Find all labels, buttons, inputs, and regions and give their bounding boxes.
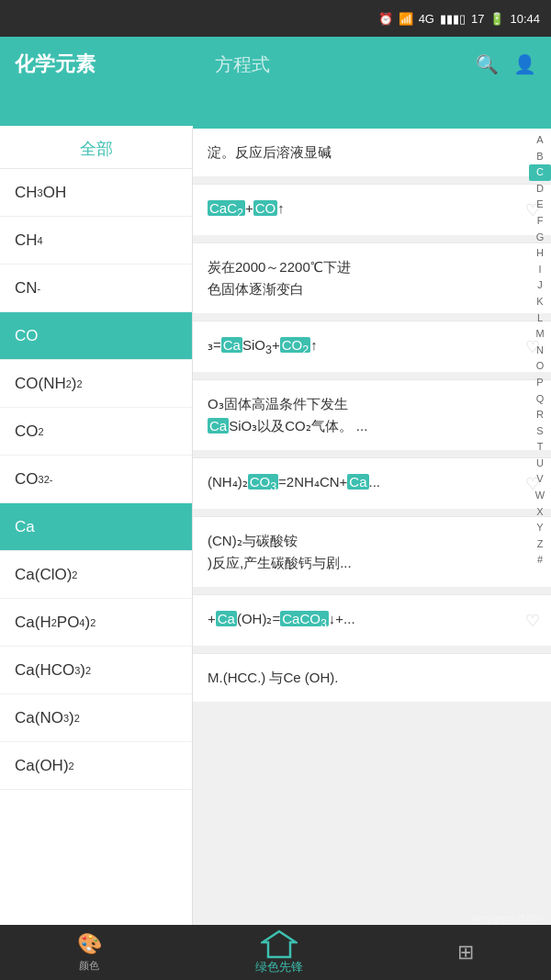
alpha-L[interactable]: L xyxy=(529,310,551,327)
alpha-Q[interactable]: Q xyxy=(529,391,551,408)
sidebar-item-ca-oh-2[interactable]: Ca(OH)2 xyxy=(0,742,192,790)
content-card-5[interactable]: O₃固体高温条件下发生CaSiO₃以及CO₂气体。 ... xyxy=(193,380,551,450)
alpha-B[interactable]: B xyxy=(529,149,551,165)
content-card-9[interactable]: M.(HCC.) 与Ce (OH). xyxy=(193,654,551,702)
sidebar-item-co32-[interactable]: CO32- xyxy=(0,456,192,503)
card-1-text: 淀。反应后溶液显碱 xyxy=(208,141,536,163)
alpha-V[interactable]: V xyxy=(529,471,551,488)
alpha-T[interactable]: T xyxy=(529,439,551,456)
time-display: 10:44 xyxy=(510,12,540,26)
alpha-H[interactable]: H xyxy=(529,245,551,262)
main-layout: 全部 CH3OH CH4 CN- CO CO(NH2)2 CO2 CO32- C… xyxy=(0,129,551,925)
highlight-co3: CO3 xyxy=(248,474,278,490)
card-5-text: O₃固体高温条件下发生CaSiO₃以及CO₂气体。 ... xyxy=(208,393,536,437)
top-nav: 化学元素 方程式 🔍 👤 xyxy=(0,37,551,92)
card-7-text: (CN)₂与碳酸铵)反应,产生碳酸钙与剧... xyxy=(208,530,536,574)
content-area: 淀。反应后溶液显碱 CaC2+CO↑ ♡ 炭在2000～2200℃下进色固体逐渐… xyxy=(193,129,551,925)
alpha-hash[interactable]: # xyxy=(529,552,551,569)
alpha-O[interactable]: O xyxy=(529,358,551,375)
alpha-U[interactable]: U xyxy=(529,456,551,472)
alpha-S[interactable]: S xyxy=(529,423,551,440)
alpha-X[interactable]: X xyxy=(529,504,551,521)
logo-text: 绿色先锋 xyxy=(255,959,303,975)
sidebar-item-co[interactable]: CO xyxy=(0,312,192,360)
sidebar-item-ca-hco3-2[interactable]: Ca(HCO3)2 xyxy=(0,647,192,694)
alpha-Z[interactable]: Z xyxy=(529,536,551,553)
sidebar-item-ca[interactable]: Ca xyxy=(0,503,192,551)
status-icons: ⏰ 📶 4G ▮▮▮▯ 17 🔋 10:44 xyxy=(378,12,540,26)
bottom-nav-grid[interactable]: ⊞ xyxy=(457,941,474,964)
tab-right[interactable] xyxy=(193,92,551,129)
bottom-nav-colors[interactable]: 🎨 颜色 xyxy=(77,932,102,973)
sidebar-item-ca-no3-2[interactable]: Ca(NO3)2 xyxy=(0,694,192,742)
alpha-W[interactable]: W xyxy=(529,488,551,504)
signal-4g: 4G xyxy=(419,12,434,26)
alpha-E[interactable]: E xyxy=(529,197,551,213)
alpha-P[interactable]: P xyxy=(529,375,551,391)
content-card-1[interactable]: 淀。反应后溶液显碱 xyxy=(193,129,551,176)
sidebar-item-co-nh2-2[interactable]: CO(NH2)2 xyxy=(0,360,192,408)
sidebar-item-ch4[interactable]: CH4 xyxy=(0,217,192,265)
highlight-cac2: CaC2 xyxy=(208,200,245,216)
sidebar-header[interactable]: 全部 xyxy=(0,129,192,169)
clock-icon: ⏰ xyxy=(378,12,393,26)
status-bar: ⏰ 📶 4G ▮▮▮▯ 17 🔋 10:44 xyxy=(0,0,551,37)
content-card-7[interactable]: (CN)₂与碳酸铵)反应,产生碳酸钙与剧... xyxy=(193,517,551,587)
card-3-text: 炭在2000～2200℃下进色固体逐渐变白 xyxy=(208,256,536,300)
alpha-Y[interactable]: Y xyxy=(529,520,551,536)
sidebar-item-ch3oh[interactable]: CH3OH xyxy=(0,169,192,217)
card-4-text: ₃=CaSiO3+CO2↑ xyxy=(208,334,536,359)
content-card-8[interactable]: +Ca(OH)₂=CaCO3↓+... ♡ xyxy=(193,595,551,646)
card-8-text: +Ca(OH)₂=CaCO3↓+... xyxy=(208,608,536,633)
alpha-I[interactable]: I xyxy=(529,262,551,278)
heart-icon-8[interactable]: ♡ xyxy=(525,611,540,631)
colors-icon: 🎨 xyxy=(77,932,102,956)
nav-title-right: 方程式 xyxy=(215,52,476,77)
card-6-text: (NH₄)₂CO3=2NH₄CN+Ca... xyxy=(208,471,536,496)
content-card-3[interactable]: 炭在2000～2200℃下进色固体逐渐变白 xyxy=(193,243,551,313)
content-card-2[interactable]: CaC2+CO↑ ♡ xyxy=(193,185,551,235)
svg-marker-0 xyxy=(263,931,296,957)
alpha-G[interactable]: G xyxy=(529,230,551,246)
highlight-ca-card6: Ca xyxy=(347,474,368,490)
alpha-A[interactable]: A xyxy=(529,132,551,149)
sidebar: 全部 CH3OH CH4 CN- CO CO(NH2)2 CO2 CO32- C… xyxy=(0,129,193,925)
highlight-casio3-2: Ca xyxy=(208,418,229,434)
highlight-caco3: CaCO3 xyxy=(280,611,329,626)
card-9-text: M.(HCC.) 与Ce (OH). xyxy=(208,667,536,689)
grid-icon: ⊞ xyxy=(457,941,474,964)
alpha-D[interactable]: D xyxy=(529,181,551,197)
card-2-text: CaC2+CO↑ xyxy=(208,197,536,222)
search-icon[interactable]: 🔍 xyxy=(476,53,499,75)
alpha-F[interactable]: F xyxy=(529,213,551,230)
tab-bar xyxy=(0,92,551,129)
bottom-nav: 🎨 颜色 绿色先锋 ⊞ www.greenxf.com xyxy=(0,925,551,980)
alpha-J[interactable]: J xyxy=(529,277,551,294)
home-logo-icon xyxy=(261,929,298,959)
highlight-co: CO xyxy=(253,200,278,216)
wifi-icon: 📶 xyxy=(399,12,413,26)
content-card-6[interactable]: (NH₄)₂CO3=2NH₄CN+Ca... ♡ xyxy=(193,458,551,509)
tab-left[interactable] xyxy=(0,92,193,129)
highlight-ca-oh-2: Ca xyxy=(216,611,237,626)
battery-level: 17 xyxy=(471,12,484,26)
sidebar-item-co2[interactable]: CO2 xyxy=(0,408,192,456)
highlight-casio3: Ca xyxy=(221,337,242,353)
alpha-C[interactable]: C xyxy=(529,164,551,181)
alpha-N[interactable]: N xyxy=(529,343,551,359)
sidebar-item-ca-clo-2[interactable]: Ca(ClO)2 xyxy=(0,551,192,599)
user-icon[interactable]: 👤 xyxy=(513,53,536,75)
alpha-index: A B C D E F G H I J K L M N O P Q R S T … xyxy=(529,129,551,572)
alpha-M[interactable]: M xyxy=(529,326,551,343)
nav-title-left: 化学元素 xyxy=(15,51,208,78)
colors-label: 颜色 xyxy=(79,959,99,973)
sidebar-item-cn-[interactable]: CN- xyxy=(0,265,192,312)
content-card-4[interactable]: ₃=CaSiO3+CO2↑ ♡ xyxy=(193,321,551,372)
nav-icons: 🔍 👤 xyxy=(476,53,536,75)
sidebar-item-ca-h2po4-2[interactable]: Ca(H2PO4)2 xyxy=(0,599,192,647)
signal-bars: ▮▮▮▯ xyxy=(440,12,466,26)
alpha-R[interactable]: R xyxy=(529,407,551,423)
alpha-K[interactable]: K xyxy=(529,294,551,310)
bottom-nav-home[interactable]: 绿色先锋 xyxy=(255,929,303,975)
watermark: www.greenxf.com xyxy=(471,913,544,923)
